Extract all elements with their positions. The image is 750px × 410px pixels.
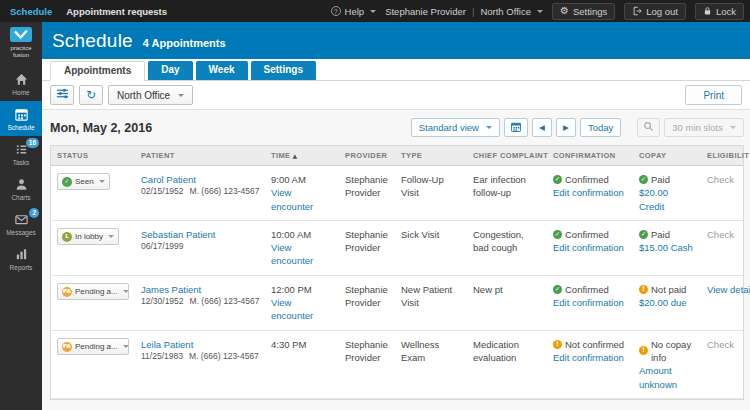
column-header-confirmation[interactable]: Confirmation [547, 146, 633, 165]
appointment-type: Sick Visit [395, 221, 467, 275]
view-encounter-link[interactable]: View encounter [271, 296, 333, 323]
toolbar: ↻ North Office Print [42, 81, 750, 109]
topbar-nav: Schedule Appointment requests [10, 6, 167, 17]
next-day-button[interactable]: ▶ [556, 118, 576, 137]
prev-day-button[interactable]: ◀ [532, 118, 552, 137]
settings-button[interactable]: ⚙ Settings [552, 3, 615, 20]
column-header-status[interactable]: Status [51, 146, 135, 165]
edit-confirmation-link[interactable]: Edit confirmation [553, 351, 627, 364]
refresh-button[interactable]: ↻ [79, 85, 103, 105]
user-name: Stephanie Provider [385, 6, 466, 17]
copay-status: Paid [651, 173, 670, 186]
patient-name-link[interactable]: Carol Patient [141, 173, 259, 186]
messages-icon [14, 212, 29, 227]
copay-amount-link[interactable]: $20.00 due [639, 296, 695, 309]
logout-label: Log out [646, 6, 678, 17]
column-header-patient[interactable]: Patient [135, 146, 265, 165]
copay-amount-link[interactable]: $15.00 Cash [639, 241, 695, 254]
confirmation-state: ✓ Confirmed [553, 283, 627, 296]
logout-button[interactable]: Log out [624, 3, 686, 20]
column-header-chief-complaint[interactable]: Chief complaint [467, 146, 547, 165]
print-button[interactable]: Print [685, 85, 742, 105]
sidebar-item-label: Charts [11, 194, 30, 201]
edit-confirmation-link[interactable]: Edit confirmation [553, 186, 627, 199]
confirmation-status: Confirmed [565, 228, 609, 241]
sidebar-item-reports[interactable]: Reports [0, 241, 42, 276]
eligibility-action[interactable]: Check [707, 339, 734, 350]
column-header-provider[interactable]: Provider [339, 146, 395, 165]
topnav-appointment-requests[interactable]: Appointment requests [66, 6, 167, 17]
slot-size-select[interactable]: 30 min slots [664, 118, 744, 137]
appointment-time: 12:00 PM [271, 283, 333, 296]
eligibility-action[interactable]: View details [707, 284, 750, 295]
appointment-count: 4 Appointments [143, 37, 226, 49]
sidebar-item-tasks[interactable]: Tasks16 [0, 136, 42, 171]
column-header-time[interactable]: Time▲ [265, 146, 339, 165]
sidebar-item-home[interactable]: Home [0, 66, 42, 101]
confirmation-status: Confirmed [565, 283, 609, 296]
search-button[interactable] [637, 118, 660, 137]
patient-name-link[interactable]: Sebastian Patient [141, 228, 259, 241]
filter-button[interactable] [50, 85, 74, 105]
logo-icon [10, 27, 32, 43]
appointment-row: L In lobby Sebastian Patient 06/17/1999 … [51, 221, 743, 276]
confirmation-status-icon: ✓ [553, 285, 562, 294]
patient-name-link[interactable]: Leila Patient [141, 338, 259, 351]
user-menu[interactable]: Stephanie Provider | North Office [385, 6, 543, 17]
edit-confirmation-link[interactable]: Edit confirmation [553, 241, 627, 254]
view-encounter-link[interactable]: View encounter [271, 186, 333, 213]
table-header: StatusPatientTime▲ProviderTypeChief comp… [51, 146, 743, 166]
status-label: Pending a... [75, 341, 118, 352]
confirmation-status-icon: ✓ [553, 230, 562, 239]
practice-fusion-logo[interactable]: practice fusion [0, 22, 42, 66]
status-dropdown[interactable]: L In lobby [57, 228, 119, 245]
copay-amount-link[interactable]: Amount unknown [639, 364, 695, 391]
today-button[interactable]: Today [580, 118, 621, 137]
office-name: North Office [480, 6, 531, 17]
tab-day[interactable]: Day [148, 61, 192, 80]
help-menu[interactable]: ? Help [331, 6, 377, 17]
slot-size-value: 30 min slots [672, 122, 723, 133]
patient-name-link[interactable]: James Patient [141, 283, 259, 296]
copay-state: ! Not paid [639, 283, 695, 296]
office-select[interactable]: North Office [108, 85, 193, 105]
patient-details: 12/30/1952M. (666) 123-4567 [141, 296, 259, 308]
eligibility-action[interactable]: Check [707, 229, 734, 240]
column-header-type[interactable]: Type [395, 146, 467, 165]
sidebar-item-label: Schedule [7, 124, 34, 131]
status-dropdown[interactable]: ✓ Seen [57, 173, 110, 190]
appointment-time: 4:30 PM [271, 338, 333, 351]
chevron-down-icon [486, 126, 492, 129]
view-select[interactable]: Standard view [411, 118, 500, 137]
search-icon [643, 121, 654, 134]
tab-settings[interactable]: Settings [251, 61, 316, 80]
eligibility-action[interactable]: Check [707, 174, 734, 185]
sidebar-item-schedule[interactable]: Schedule [0, 101, 42, 136]
charts-icon [14, 177, 29, 192]
status-dropdown[interactable]: PA Pending a... [57, 283, 129, 300]
sidebar-item-charts[interactable]: Charts [0, 171, 42, 206]
calendar-picker-button[interactable] [504, 118, 528, 137]
tab-appointments[interactable]: Appointments [50, 61, 145, 81]
patient-dob: 11/25/1983 [141, 351, 183, 361]
appointment-time: 9:00 AM [271, 173, 333, 186]
column-header-eligibility[interactable]: Eligibility [701, 146, 743, 165]
chevron-down-icon [123, 345, 129, 348]
view-encounter-link[interactable]: View encounter [271, 241, 333, 268]
topnav-schedule[interactable]: Schedule [10, 6, 52, 17]
lock-label: Lock [716, 6, 736, 17]
provider-name: Stephanie Provider [339, 276, 395, 330]
edit-confirmation-link[interactable]: Edit confirmation [553, 296, 627, 309]
copay-amount-link[interactable]: $20.00 Credit [639, 186, 695, 213]
lock-button[interactable]: Lock [695, 3, 744, 20]
status-icon: L [62, 232, 72, 242]
current-date: Mon, May 2, 2016 [50, 121, 152, 135]
status-dropdown[interactable]: PA Pending a... [57, 338, 129, 355]
sidebar-item-messages[interactable]: Messages2 [0, 206, 42, 241]
chevron-down-icon [178, 94, 184, 97]
chief-complaint: Congestion, bad cough [467, 221, 547, 275]
column-header-copay[interactable]: Copay [633, 146, 701, 165]
tab-week[interactable]: Week [196, 61, 248, 80]
chevron-down-icon [370, 10, 376, 13]
confirmation-status: Confirmed [565, 173, 609, 186]
